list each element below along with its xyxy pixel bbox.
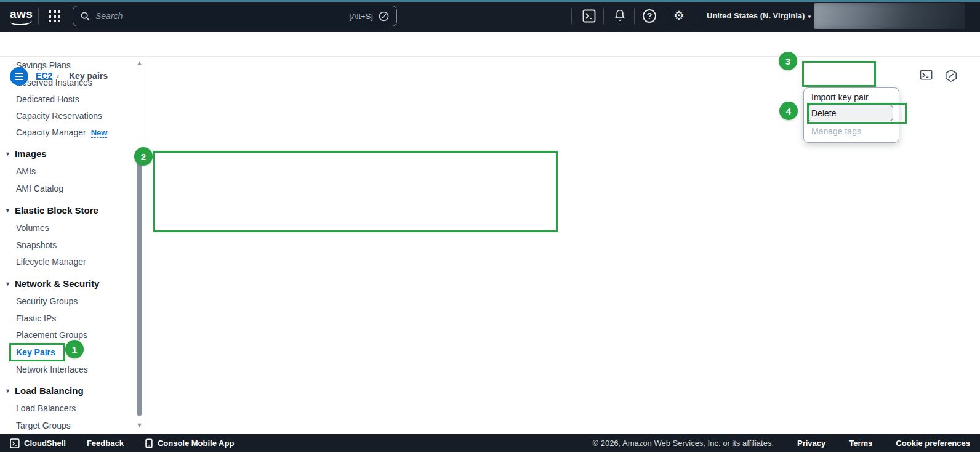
chevron-down-icon: ▼ [5, 281, 10, 287]
chevron-down-icon: ▼ [807, 14, 812, 20]
sidebar-item-security-groups[interactable]: Security Groups [16, 296, 78, 306]
sidebar-item-snapshots[interactable]: Snapshots [16, 240, 57, 250]
sidebar-item-volumes[interactable]: Volumes [16, 223, 49, 233]
search-icon [81, 12, 90, 21]
menu-item-import-key-pair[interactable]: Import key pair [811, 92, 869, 102]
footer-console-mobile-app[interactable]: Console Mobile App [145, 438, 234, 448]
footer-cookie-preferences-link[interactable]: Cookie preferences [896, 438, 970, 448]
sidebar-item-elastic-ips[interactable]: Elastic IPs [16, 313, 56, 323]
cloudshell-icon [10, 438, 20, 448]
notifications-bell-icon[interactable] [613, 9, 627, 22]
services-grid-icon[interactable] [49, 10, 61, 23]
breadcrumb-bar: EC2 › Key pairs [0, 32, 980, 57]
footer-cloudshell[interactable]: CloudShell [10, 438, 66, 448]
global-search-bar[interactable]: [Alt+S] [73, 6, 397, 26]
sidebar-item-dedicated-hosts[interactable]: Dedicated Hosts [16, 94, 79, 104]
annotation-box-key-pairs [9, 343, 65, 361]
sidebar-item-lifecycle-manager[interactable]: Lifecycle Manager [16, 257, 86, 267]
footer-terms-link[interactable]: Terms [849, 438, 872, 448]
sidebar-section-load-balancing[interactable]: ▼Load Balancing [5, 385, 84, 396]
search-shortcut-hint: [Alt+S] [349, 12, 373, 21]
divider [571, 8, 572, 24]
sidebar-section-elastic-block-store[interactable]: ▼Elastic Block Store [5, 205, 98, 216]
ec2-sidebar: Savings Plans Reserved Instances Dedicat… [0, 57, 145, 434]
settings-gear-icon[interactable]: ⚙ [673, 8, 685, 23]
chevron-down-icon: ▼ [5, 151, 10, 157]
divider [634, 8, 635, 24]
annotation-box-actions [802, 61, 876, 87]
account-menu-redacted[interactable] [814, 3, 965, 29]
aws-logo-smile [10, 20, 32, 25]
mobile-app-icon [145, 438, 153, 448]
breadcrumb-current: Key pairs [69, 71, 108, 81]
sidebar-item-capacity-reservations[interactable]: Capacity Reservations [16, 111, 102, 121]
annotation-step-2: 2 [134, 147, 153, 166]
aws-console-page: aws [Alt+S] ? ⚙ United States (N. Virgin… [0, 0, 980, 452]
sidebar-item-placement-groups[interactable]: Placement Groups [16, 330, 87, 340]
sidebar-item-ami-catalog[interactable]: AMI Catalog [16, 184, 63, 193]
sidebar-item-capacity-manager[interactable]: Capacity ManagerNew [16, 127, 107, 137]
sidebar-menu-icon[interactable] [10, 67, 28, 86]
annotation-step-3: 3 [779, 52, 797, 70]
sidebar-scroll-down-icon[interactable]: ▼ [136, 421, 143, 429]
sidebar-section-network-security[interactable]: ▼Network & Security [5, 278, 99, 289]
footer-privacy-link[interactable]: Privacy [797, 438, 825, 448]
annotation-step-1: 1 [65, 340, 84, 358]
chevron-down-icon: ▼ [5, 388, 10, 394]
breadcrumb-separator: › [57, 71, 59, 80]
menu-item-manage-tags: Manage tags [811, 126, 861, 136]
sidebar-item-load-balancers[interactable]: Load Balancers [16, 403, 76, 413]
sidebar-section-images[interactable]: ▼Images [5, 148, 47, 159]
sidebar-item-network-interfaces[interactable]: Network Interfaces [16, 365, 88, 374]
sidebar-item-target-groups[interactable]: Target Groups [16, 421, 71, 430]
top-navigation-bar: aws [Alt+S] ? ⚙ United States (N. Virgin… [0, 0, 980, 32]
new-badge: New [91, 128, 108, 138]
global-search-input[interactable] [95, 11, 343, 21]
divider [665, 8, 665, 24]
region-selector[interactable]: United States (N. Virginia) ▼ [707, 11, 812, 20]
cloudshell-icon[interactable] [582, 9, 596, 23]
divider [603, 8, 604, 24]
console-footer: CloudShell Feedback Console Mobile App ©… [0, 434, 980, 452]
footer-copyright: © 2026, Amazon Web Services, Inc. or its… [592, 438, 774, 448]
sidebar-scrollbar[interactable] [137, 162, 142, 416]
annotation-box-selected-rows [153, 151, 558, 232]
annotation-box-delete [807, 103, 907, 124]
chevron-down-icon: ▼ [5, 208, 10, 214]
sidebar-item-amis[interactable]: AMIs [16, 166, 36, 176]
sidebar-scroll-up-icon[interactable]: ▲ [136, 59, 143, 67]
divider [696, 8, 696, 24]
top-accent-strip [0, 0, 980, 2]
cloudshell-shortcut-icon[interactable] [920, 70, 933, 83]
annotation-step-4: 4 [779, 102, 798, 120]
footer-feedback[interactable]: Feedback [87, 438, 124, 448]
divider [38, 8, 39, 24]
aws-logo[interactable]: aws [10, 7, 33, 21]
amazon-q-hexagon-icon[interactable] [944, 69, 958, 83]
amazon-q-icon [379, 11, 389, 22]
breadcrumb-ec2-link[interactable]: EC2 [36, 71, 52, 81]
help-icon[interactable]: ? [643, 9, 656, 23]
